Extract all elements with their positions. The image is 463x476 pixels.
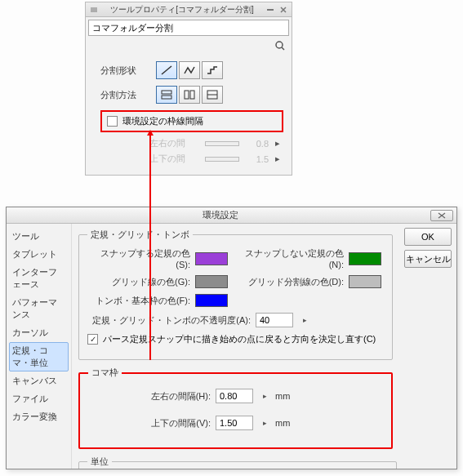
frame-tb-arrow-icon[interactable]: ▸ (263, 419, 267, 427)
perse-ruler-label: パース定規スナップ中に描き始めの点に戻ると方向を決定し直す(C) (103, 333, 376, 345)
sidebar-item-color-conv[interactable]: カラー変換 (9, 408, 69, 425)
ruler-grid-crop-group: 定規・グリッド・トンボ スナップする定規の色(S): スナップしない定規の色(N… (78, 229, 393, 360)
unit-group-legend: 単位 (87, 456, 112, 468)
tool-preset-name-input[interactable] (88, 20, 289, 36)
sidebar-item-cursor[interactable]: カーソル (9, 324, 69, 341)
svg-point-1 (276, 42, 283, 48)
sidebar-item-interface[interactable]: インターフェース (9, 264, 69, 293)
perse-ruler-checkbox[interactable]: ✓ (87, 334, 98, 345)
frame-tb-unit: mm (275, 418, 290, 428)
method-2-button[interactable] (179, 86, 200, 104)
panel-close-icon[interactable] (278, 4, 289, 16)
panel-menu-icon[interactable] (88, 4, 100, 16)
shape-polyline-button[interactable] (179, 61, 200, 79)
nosnap-color-label: スナップしない定規の色(N): (241, 247, 344, 269)
cancel-button[interactable]: キャンセル (404, 250, 452, 268)
grid-color-label: グリッド線の色(G): (87, 276, 190, 288)
unit-group: 単位 長さの単位(U): mm▼ テキストの単位(T): pt▼ (78, 456, 397, 469)
grid-color-swatch[interactable] (195, 275, 228, 288)
env-checkbox-highlight: 環境設定の枠線間隔 (100, 110, 283, 132)
split-method-label: 分割方法 (100, 89, 148, 101)
svg-rect-4 (185, 91, 189, 99)
env-spacing-checkbox[interactable] (107, 116, 118, 127)
tb-gap-label: 上下の間 (149, 153, 198, 165)
panel-collapse-icon[interactable] (265, 4, 276, 16)
method-3-button[interactable] (202, 86, 223, 104)
lr-gap-slider[interactable] (205, 141, 239, 146)
svg-rect-3 (162, 96, 171, 99)
frame-lr-label: 左右の間隔(H): (145, 390, 211, 403)
frame-group-legend: コマ枠 (88, 367, 122, 379)
opacity-arrow-icon[interactable]: ▸ (303, 316, 307, 324)
dialog-close-button[interactable] (430, 210, 453, 221)
sidebar-item-file[interactable]: ファイル (9, 390, 69, 407)
svg-rect-2 (162, 91, 171, 94)
ruler-group-legend: 定規・グリッド・トンボ (87, 229, 193, 241)
griddiv-color-label: グリッド分割線の色(D): (241, 276, 344, 288)
frame-group: コマ枠 左右の間隔(H): 0.80 ▸ mm 上下の間隔(V): 1.50 ▸… (78, 367, 393, 449)
shape-step-button[interactable] (202, 61, 223, 79)
opacity-input[interactable]: 40 (256, 313, 293, 327)
method-1-button[interactable] (156, 86, 177, 104)
svg-rect-0 (267, 9, 274, 11)
tb-gap-arrow-icon[interactable]: ▸ (275, 153, 283, 164)
opacity-label: 定規・グリッド・トンボの不透明度(A): (87, 314, 251, 327)
lr-gap-arrow-icon[interactable]: ▸ (275, 138, 283, 149)
callout-line (149, 134, 151, 360)
crop-color-label: トンボ・基本枠の色(F): (87, 295, 190, 307)
tool-property-body: 分割形状 分割方法 環境設定の枠線間隔 左右の間 0.8 ▸ (86, 56, 292, 175)
env-settings-dialog: 環境設定 ツール タブレット インターフェース パフォーマンス カーソル 定規・… (6, 207, 457, 469)
tb-gap-slider[interactable] (205, 157, 239, 162)
nosnap-color-swatch[interactable] (349, 252, 381, 265)
magnify-icon[interactable] (274, 40, 286, 51)
crop-color-swatch[interactable] (195, 294, 228, 307)
split-shape-label: 分割形状 (100, 65, 148, 77)
snap-color-swatch[interactable] (195, 252, 228, 265)
frame-lr-input[interactable]: 0.80 (216, 389, 253, 403)
sidebar-item-tool[interactable]: ツール (9, 228, 69, 245)
tool-property-titlebar: ツールプロパティ[コマフォルダー分割] (86, 2, 292, 17)
frame-lr-unit: mm (275, 391, 290, 401)
frame-tb-input[interactable]: 1.50 (216, 416, 253, 430)
snap-color-label: スナップする定規の色(S): (87, 247, 190, 269)
tool-property-panel: ツールプロパティ[コマフォルダー分割] 分割形状 分割方法 (85, 2, 292, 176)
sidebar-item-performance[interactable]: パフォーマンス (9, 294, 69, 323)
svg-rect-5 (190, 91, 194, 99)
tool-property-title: ツールプロパティ[コマフォルダー分割] (100, 4, 264, 16)
frame-lr-arrow-icon[interactable]: ▸ (263, 392, 267, 400)
frame-tb-label: 上下の間隔(V): (145, 417, 211, 429)
ok-button[interactable]: OK (404, 228, 452, 246)
lr-gap-value: 0.8 (246, 139, 269, 149)
dialog-buttons: OK キャンセル (399, 224, 456, 469)
shape-straight-button[interactable] (156, 61, 177, 79)
env-spacing-label: 環境設定の枠線間隔 (122, 115, 203, 127)
category-sidebar: ツール タブレット インターフェース パフォーマンス カーソル 定規・コマ・単位… (7, 224, 72, 469)
settings-main: 定規・グリッド・トンボ スナップする定規の色(S): スナップしない定規の色(N… (72, 224, 399, 469)
griddiv-color-swatch[interactable] (349, 275, 381, 288)
lr-gap-label: 左右の間 (149, 137, 198, 149)
sidebar-item-canvas[interactable]: キャンバス (9, 372, 69, 389)
dialog-title: 環境設定 (10, 209, 430, 221)
sidebar-item-tablet[interactable]: タブレット (9, 246, 69, 263)
tb-gap-value: 1.5 (246, 154, 269, 164)
sidebar-item-ruler-frame-unit[interactable]: 定規・コマ・単位 (9, 342, 69, 371)
dialog-titlebar: 環境設定 (7, 207, 456, 224)
